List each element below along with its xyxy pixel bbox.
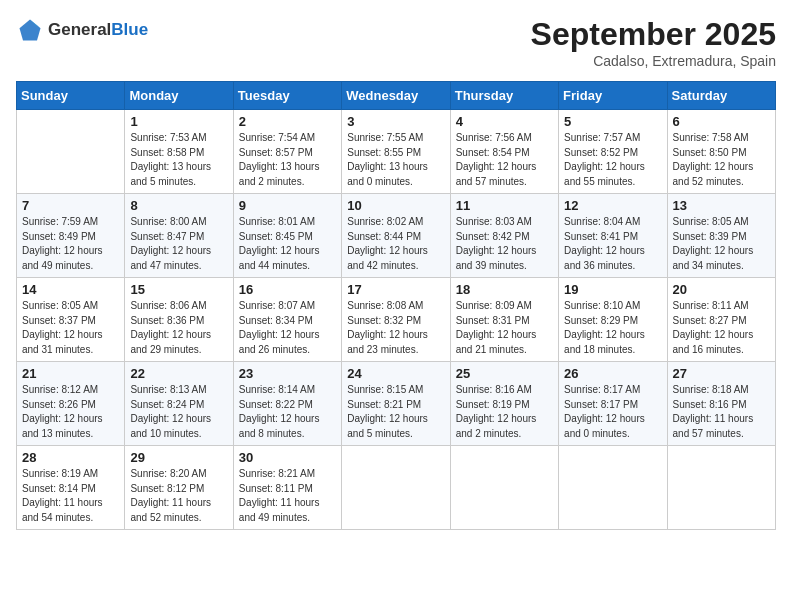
day-number: 12	[564, 198, 661, 213]
weekday-header-monday: Monday	[125, 82, 233, 110]
day-info: Sunrise: 8:15 AMSunset: 8:21 PMDaylight:…	[347, 383, 444, 441]
calendar-cell: 29Sunrise: 8:20 AMSunset: 8:12 PMDayligh…	[125, 446, 233, 530]
day-info: Sunrise: 8:12 AMSunset: 8:26 PMDaylight:…	[22, 383, 119, 441]
calendar-cell: 4Sunrise: 7:56 AMSunset: 8:54 PMDaylight…	[450, 110, 558, 194]
day-info: Sunrise: 8:03 AMSunset: 8:42 PMDaylight:…	[456, 215, 553, 273]
calendar-cell	[559, 446, 667, 530]
day-info: Sunrise: 7:59 AMSunset: 8:49 PMDaylight:…	[22, 215, 119, 273]
weekday-header-saturday: Saturday	[667, 82, 775, 110]
day-info: Sunrise: 8:08 AMSunset: 8:32 PMDaylight:…	[347, 299, 444, 357]
day-number: 26	[564, 366, 661, 381]
day-number: 18	[456, 282, 553, 297]
day-info: Sunrise: 8:19 AMSunset: 8:14 PMDaylight:…	[22, 467, 119, 525]
calendar-cell: 11Sunrise: 8:03 AMSunset: 8:42 PMDayligh…	[450, 194, 558, 278]
day-number: 30	[239, 450, 336, 465]
calendar-cell: 20Sunrise: 8:11 AMSunset: 8:27 PMDayligh…	[667, 278, 775, 362]
day-number: 17	[347, 282, 444, 297]
day-info: Sunrise: 7:53 AMSunset: 8:58 PMDaylight:…	[130, 131, 227, 189]
day-number: 11	[456, 198, 553, 213]
calendar-cell: 14Sunrise: 8:05 AMSunset: 8:37 PMDayligh…	[17, 278, 125, 362]
logo-text: General Blue	[48, 20, 148, 40]
calendar-cell: 13Sunrise: 8:05 AMSunset: 8:39 PMDayligh…	[667, 194, 775, 278]
calendar-cell: 18Sunrise: 8:09 AMSunset: 8:31 PMDayligh…	[450, 278, 558, 362]
calendar-cell	[667, 446, 775, 530]
day-info: Sunrise: 7:55 AMSunset: 8:55 PMDaylight:…	[347, 131, 444, 189]
calendar-cell: 3Sunrise: 7:55 AMSunset: 8:55 PMDaylight…	[342, 110, 450, 194]
calendar-cell: 30Sunrise: 8:21 AMSunset: 8:11 PMDayligh…	[233, 446, 341, 530]
calendar-cell: 28Sunrise: 8:19 AMSunset: 8:14 PMDayligh…	[17, 446, 125, 530]
day-info: Sunrise: 7:58 AMSunset: 8:50 PMDaylight:…	[673, 131, 770, 189]
day-info: Sunrise: 8:18 AMSunset: 8:16 PMDaylight:…	[673, 383, 770, 441]
calendar-cell: 26Sunrise: 8:17 AMSunset: 8:17 PMDayligh…	[559, 362, 667, 446]
day-info: Sunrise: 8:14 AMSunset: 8:22 PMDaylight:…	[239, 383, 336, 441]
weekday-header-row: SundayMondayTuesdayWednesdayThursdayFrid…	[17, 82, 776, 110]
calendar-cell: 25Sunrise: 8:16 AMSunset: 8:19 PMDayligh…	[450, 362, 558, 446]
day-info: Sunrise: 8:13 AMSunset: 8:24 PMDaylight:…	[130, 383, 227, 441]
day-number: 7	[22, 198, 119, 213]
weekday-header-friday: Friday	[559, 82, 667, 110]
day-info: Sunrise: 8:20 AMSunset: 8:12 PMDaylight:…	[130, 467, 227, 525]
day-info: Sunrise: 8:17 AMSunset: 8:17 PMDaylight:…	[564, 383, 661, 441]
day-info: Sunrise: 7:57 AMSunset: 8:52 PMDaylight:…	[564, 131, 661, 189]
day-number: 1	[130, 114, 227, 129]
calendar-cell: 8Sunrise: 8:00 AMSunset: 8:47 PMDaylight…	[125, 194, 233, 278]
day-info: Sunrise: 8:01 AMSunset: 8:45 PMDaylight:…	[239, 215, 336, 273]
day-info: Sunrise: 7:54 AMSunset: 8:57 PMDaylight:…	[239, 131, 336, 189]
calendar-week-row: 28Sunrise: 8:19 AMSunset: 8:14 PMDayligh…	[17, 446, 776, 530]
month-title: September 2025	[531, 16, 776, 53]
weekday-header-tuesday: Tuesday	[233, 82, 341, 110]
calendar-cell: 24Sunrise: 8:15 AMSunset: 8:21 PMDayligh…	[342, 362, 450, 446]
day-info: Sunrise: 8:07 AMSunset: 8:34 PMDaylight:…	[239, 299, 336, 357]
day-info: Sunrise: 8:05 AMSunset: 8:39 PMDaylight:…	[673, 215, 770, 273]
calendar-cell: 1Sunrise: 7:53 AMSunset: 8:58 PMDaylight…	[125, 110, 233, 194]
day-number: 27	[673, 366, 770, 381]
calendar-cell: 7Sunrise: 7:59 AMSunset: 8:49 PMDaylight…	[17, 194, 125, 278]
day-number: 24	[347, 366, 444, 381]
day-info: Sunrise: 8:10 AMSunset: 8:29 PMDaylight:…	[564, 299, 661, 357]
day-number: 6	[673, 114, 770, 129]
day-number: 4	[456, 114, 553, 129]
day-number: 10	[347, 198, 444, 213]
day-info: Sunrise: 8:00 AMSunset: 8:47 PMDaylight:…	[130, 215, 227, 273]
day-number: 14	[22, 282, 119, 297]
calendar-cell: 16Sunrise: 8:07 AMSunset: 8:34 PMDayligh…	[233, 278, 341, 362]
day-number: 25	[456, 366, 553, 381]
day-info: Sunrise: 8:16 AMSunset: 8:19 PMDaylight:…	[456, 383, 553, 441]
calendar-cell	[450, 446, 558, 530]
day-info: Sunrise: 8:06 AMSunset: 8:36 PMDaylight:…	[130, 299, 227, 357]
weekday-header-wednesday: Wednesday	[342, 82, 450, 110]
calendar-cell: 2Sunrise: 7:54 AMSunset: 8:57 PMDaylight…	[233, 110, 341, 194]
calendar-cell: 12Sunrise: 8:04 AMSunset: 8:41 PMDayligh…	[559, 194, 667, 278]
day-number: 13	[673, 198, 770, 213]
day-info: Sunrise: 8:21 AMSunset: 8:11 PMDaylight:…	[239, 467, 336, 525]
calendar-cell: 23Sunrise: 8:14 AMSunset: 8:22 PMDayligh…	[233, 362, 341, 446]
subtitle: Cadalso, Extremadura, Spain	[531, 53, 776, 69]
day-number: 3	[347, 114, 444, 129]
calendar-week-row: 1Sunrise: 7:53 AMSunset: 8:58 PMDaylight…	[17, 110, 776, 194]
day-number: 29	[130, 450, 227, 465]
svg-marker-0	[20, 20, 41, 41]
calendar-week-row: 7Sunrise: 7:59 AMSunset: 8:49 PMDaylight…	[17, 194, 776, 278]
logo-general: General	[48, 20, 111, 40]
logo-icon	[16, 16, 44, 44]
calendar-cell: 15Sunrise: 8:06 AMSunset: 8:36 PMDayligh…	[125, 278, 233, 362]
day-number: 21	[22, 366, 119, 381]
calendar-week-row: 21Sunrise: 8:12 AMSunset: 8:26 PMDayligh…	[17, 362, 776, 446]
day-number: 9	[239, 198, 336, 213]
day-number: 15	[130, 282, 227, 297]
day-number: 8	[130, 198, 227, 213]
day-number: 20	[673, 282, 770, 297]
logo-blue: Blue	[111, 20, 148, 40]
calendar-cell: 22Sunrise: 8:13 AMSunset: 8:24 PMDayligh…	[125, 362, 233, 446]
calendar-cell: 6Sunrise: 7:58 AMSunset: 8:50 PMDaylight…	[667, 110, 775, 194]
day-number: 28	[22, 450, 119, 465]
calendar-cell: 10Sunrise: 8:02 AMSunset: 8:44 PMDayligh…	[342, 194, 450, 278]
weekday-header-sunday: Sunday	[17, 82, 125, 110]
calendar-cell	[342, 446, 450, 530]
calendar-cell: 17Sunrise: 8:08 AMSunset: 8:32 PMDayligh…	[342, 278, 450, 362]
logo: General Blue	[16, 16, 148, 44]
calendar-table: SundayMondayTuesdayWednesdayThursdayFrid…	[16, 81, 776, 530]
day-info: Sunrise: 8:09 AMSunset: 8:31 PMDaylight:…	[456, 299, 553, 357]
day-info: Sunrise: 8:05 AMSunset: 8:37 PMDaylight:…	[22, 299, 119, 357]
day-info: Sunrise: 8:02 AMSunset: 8:44 PMDaylight:…	[347, 215, 444, 273]
